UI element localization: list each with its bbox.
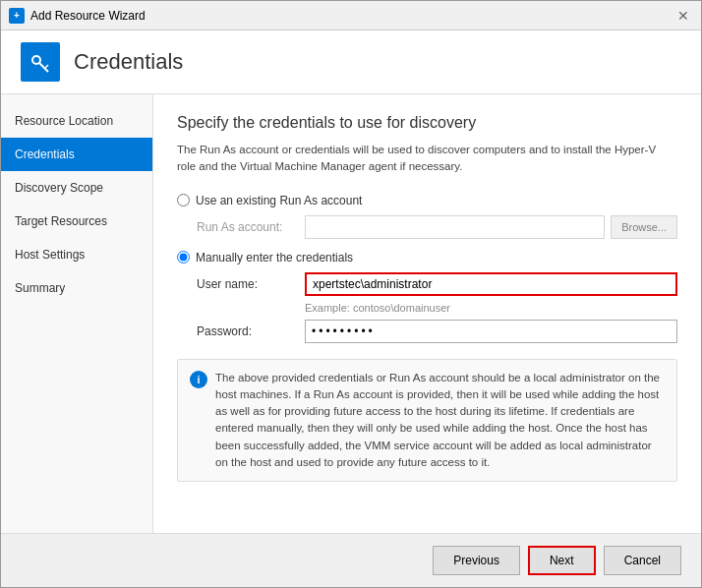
info-box: i The above provided credentials or Run … bbox=[177, 359, 677, 483]
title-bar-left: + Add Resource Wizard bbox=[9, 8, 146, 24]
sidebar-item-resource-location[interactable]: Resource Location bbox=[1, 104, 152, 138]
info-icon: i bbox=[190, 371, 207, 388]
window-title: Add Resource Wizard bbox=[30, 9, 146, 23]
existing-account-radio-row: Use an existing Run As account bbox=[177, 194, 677, 207]
close-button[interactable]: ✕ bbox=[673, 6, 693, 26]
username-example: Example: contoso\domainuser bbox=[305, 302, 677, 314]
header-bar: Credentials bbox=[1, 30, 701, 94]
run-as-row: Run As account: Browse... bbox=[197, 215, 677, 239]
main-content: Resource Location Credentials Discovery … bbox=[1, 94, 701, 533]
run-as-input[interactable] bbox=[305, 215, 605, 239]
window-icon: + bbox=[9, 8, 25, 24]
svg-point-0 bbox=[32, 56, 40, 64]
password-row: Password: bbox=[197, 320, 677, 343]
username-input[interactable] bbox=[305, 272, 677, 296]
username-label: User name: bbox=[197, 277, 305, 291]
existing-account-section: Use an existing Run As account Run As ac… bbox=[177, 194, 677, 239]
next-button[interactable]: Next bbox=[528, 546, 596, 575]
footer: Previous Next Cancel bbox=[1, 533, 701, 587]
existing-account-label[interactable]: Use an existing Run As account bbox=[196, 194, 362, 207]
page-title: Credentials bbox=[74, 49, 183, 75]
username-row: User name: bbox=[197, 272, 677, 296]
content-title: Specify the credentials to use for disco… bbox=[177, 114, 677, 132]
password-label: Password: bbox=[197, 324, 305, 338]
main-window: + Add Resource Wizard ✕ Credentials Reso… bbox=[0, 0, 702, 588]
sidebar: Resource Location Credentials Discovery … bbox=[1, 94, 153, 533]
manual-creds-radio-row: Manually enter the credentials bbox=[177, 251, 677, 265]
manual-creds-label[interactable]: Manually enter the credentials bbox=[196, 251, 353, 265]
previous-button[interactable]: Previous bbox=[433, 546, 520, 575]
content-description: The Run As account or credentials will b… bbox=[177, 142, 677, 176]
browse-button[interactable]: Browse... bbox=[611, 215, 677, 239]
sidebar-item-host-settings[interactable]: Host Settings bbox=[1, 238, 152, 271]
existing-account-radio[interactable] bbox=[177, 194, 190, 206]
info-text: The above provided credentials or Run As… bbox=[215, 370, 665, 472]
manual-creds-radio[interactable] bbox=[177, 251, 190, 264]
sidebar-item-summary[interactable]: Summary bbox=[1, 271, 152, 305]
run-as-label: Run As account: bbox=[197, 220, 305, 234]
svg-line-1 bbox=[39, 63, 48, 72]
header-icon bbox=[21, 42, 60, 82]
title-bar: + Add Resource Wizard ✕ bbox=[1, 1, 701, 30]
password-input[interactable] bbox=[305, 320, 677, 343]
svg-line-2 bbox=[45, 65, 48, 68]
cancel-button[interactable]: Cancel bbox=[604, 546, 681, 575]
sidebar-item-target-resources[interactable]: Target Resources bbox=[1, 205, 152, 238]
sidebar-item-discovery-scope[interactable]: Discovery Scope bbox=[1, 171, 152, 205]
content-area: Specify the credentials to use for disco… bbox=[153, 94, 701, 533]
manual-creds-section: Manually enter the credentials User name… bbox=[177, 251, 677, 343]
sidebar-item-credentials[interactable]: Credentials bbox=[1, 138, 152, 171]
